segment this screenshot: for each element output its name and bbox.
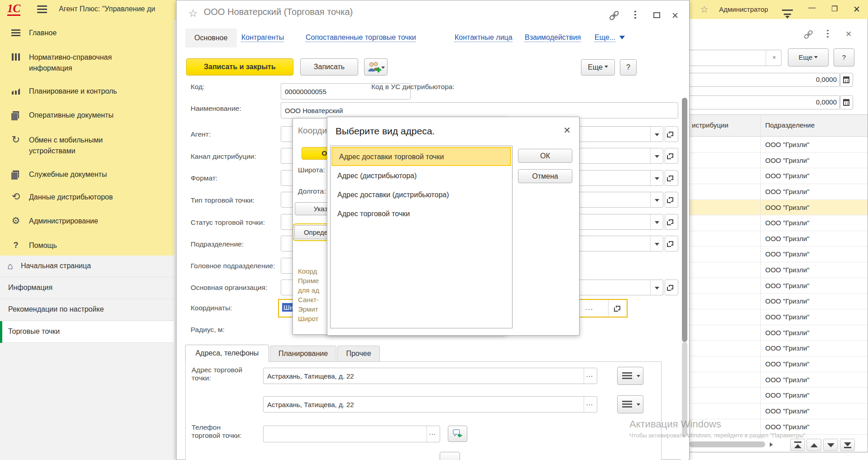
sidebar-item-home[interactable]: Начальная страница ⌂	[0, 256, 174, 277]
1c-logo-icon: 1С	[7, 3, 20, 16]
status-open-button[interactable]	[665, 214, 678, 230]
address-input-1[interactable]: Астрахань, Татищева, д. 22 ...	[263, 368, 597, 384]
dialog-cancel-button[interactable]: Отмена	[518, 169, 572, 183]
tab-interactions[interactable]: Взаимодействия	[525, 33, 581, 42]
table-row[interactable]: ООО "Гризли"	[688, 168, 868, 184]
phone-ellipsis-icon[interactable]: ...	[429, 428, 436, 436]
close-window-icon[interactable]: ✕	[671, 10, 679, 21]
address-kind-option[interactable]: Адрес доставки (дистрибьютора)	[331, 186, 512, 205]
channel-open-button[interactable]	[665, 148, 678, 164]
table-row[interactable]: ООО "Гризли"	[688, 262, 868, 278]
tab-other[interactable]: Прочее	[337, 346, 380, 362]
phone-call-button[interactable]	[448, 426, 467, 442]
address-menu-button-1[interactable]	[617, 367, 643, 385]
address-ellipsis-icon[interactable]: ...	[586, 370, 593, 378]
right-help-button[interactable]: ?	[834, 48, 854, 66]
address-kind-option[interactable]: Адрес (дистрибьютора)	[331, 167, 512, 186]
go-first-button[interactable]	[790, 439, 805, 451]
window-favorite-star-icon[interactable]: ☆	[188, 7, 198, 19]
dropdown-icon[interactable]	[650, 214, 663, 229]
table-row[interactable]: ООО "Гризли"	[688, 341, 868, 356]
save-button[interactable]: Записать	[300, 58, 358, 76]
table-row[interactable]: ООО "Гризли"	[688, 200, 868, 216]
table-row[interactable]: ООО "Гризли"	[688, 388, 868, 403]
numeric-field-1[interactable]: 0,0000	[688, 73, 840, 87]
create-user-button[interactable]	[364, 58, 388, 76]
tab-more[interactable]: Еще...	[595, 33, 615, 42]
open-icon[interactable]	[616, 306, 620, 310]
address-input-2[interactable]: Астрахань, Татищева, д. 22 ...	[263, 396, 597, 413]
table-row[interactable]: ООО "Гризли"	[688, 403, 868, 419]
address-ellipsis-icon[interactable]: ...	[586, 399, 593, 407]
numeric-field-2[interactable]: 0,0000	[688, 95, 840, 109]
dropdown-icon[interactable]	[650, 192, 663, 207]
partial-button[interactable]	[440, 452, 460, 460]
more-menu-icon[interactable]	[827, 30, 829, 38]
agent-open-button[interactable]	[665, 126, 678, 142]
h-scrollbar-thumb[interactable]	[689, 441, 765, 447]
name-input[interactable]: ООО Новатерский	[281, 102, 678, 119]
org-open-button[interactable]	[665, 280, 678, 295]
sidebar-item-trade-points[interactable]: Торговые точки	[0, 321, 174, 343]
address-kind-option[interactable]: Адрес торговой точки	[331, 205, 512, 224]
table-row[interactable]: ООО "Гризли"	[688, 153, 868, 169]
v-scrollbar[interactable]	[681, 80, 688, 460]
sidebar-item-recommendations[interactable]: Рекомендации по настройке	[0, 299, 174, 321]
coordinates-ellipsis-button[interactable]: ...	[585, 304, 594, 311]
service-docs-icon	[10, 169, 22, 179]
background-window: ✕ × Еще ? 0,0000 0,0000 истрибуции Подра…	[688, 19, 868, 452]
tab-mapped-points[interactable]: Сопоставленные торговые точки	[306, 33, 416, 42]
table-row[interactable]: ООО "Гризли"	[688, 372, 868, 388]
table-row[interactable]: ООО "Гризли"	[688, 137, 868, 153]
search-input[interactable]: ×	[688, 50, 782, 66]
v-scrollbar-thumb[interactable]	[682, 98, 687, 342]
dialog-close-icon[interactable]: ✕	[563, 125, 571, 136]
maximize-icon[interactable]	[653, 12, 660, 18]
tab-contractors[interactable]: Контрагенты	[241, 33, 284, 42]
form-help-button[interactable]: ?	[620, 59, 637, 76]
table-row[interactable]: ООО "Гризли"	[688, 215, 868, 231]
h-scroll-right-icon[interactable]	[770, 442, 775, 447]
dropdown-icon[interactable]	[650, 127, 663, 142]
tab-main[interactable]: Основное	[185, 28, 237, 47]
go-next-button[interactable]	[823, 439, 838, 451]
table-row[interactable]: ООО "Гризли"	[688, 278, 868, 294]
address-kind-option[interactable]: Адрес доставки торговой точки	[331, 147, 511, 166]
main-menu-icon[interactable]	[37, 9, 47, 10]
calculator-button-2[interactable]	[840, 95, 853, 109]
dropdown-icon[interactable]	[650, 171, 663, 185]
format-open-button[interactable]	[665, 170, 678, 186]
table-row[interactable]: ООО "Гризли"	[688, 184, 868, 200]
table-header[interactable]: истрибуции Подразделение	[688, 115, 868, 137]
form-more-button[interactable]: Еще	[581, 59, 615, 76]
table-row[interactable]: ООО "Гризли"	[688, 356, 868, 372]
get-link-icon[interactable]	[803, 29, 814, 40]
address-menu-button-2[interactable]	[617, 395, 643, 413]
sidebar-item-information[interactable]: Информация	[0, 277, 174, 299]
type-open-button[interactable]	[665, 192, 678, 208]
phone-input[interactable]: ...	[263, 426, 440, 442]
get-link-icon[interactable]	[608, 9, 620, 21]
calculator-button-1[interactable]	[840, 73, 853, 87]
window-more-icon[interactable]	[634, 11, 636, 19]
tab-planning[interactable]: Планирование	[270, 346, 336, 362]
tab-addresses-phones[interactable]: Адреса, телефоны	[185, 345, 269, 362]
tab-contacts[interactable]: Контактные лица	[455, 33, 513, 42]
table-row[interactable]: ООО "Гризли"	[688, 294, 868, 309]
go-last-button[interactable]	[840, 439, 855, 451]
right-more-button[interactable]: Еще	[788, 48, 829, 66]
close-window-icon[interactable]: ✕	[845, 29, 852, 39]
tabs-more-arrow-icon[interactable]	[619, 36, 625, 42]
dropdown-icon[interactable]	[650, 148, 663, 163]
table-row[interactable]: ООО "Гризли"	[688, 309, 868, 325]
dropdown-icon[interactable]	[650, 236, 663, 251]
table-row[interactable]: ООО "Гризли"	[688, 325, 868, 341]
table-row[interactable]: ООО "Гризли"	[688, 231, 868, 247]
dropdown-icon[interactable]	[650, 280, 663, 295]
division-open-button[interactable]	[665, 236, 678, 251]
table-row[interactable]: ООО "Гризли"	[688, 247, 868, 262]
go-prev-button[interactable]	[806, 439, 821, 451]
clear-search-icon[interactable]: ×	[772, 54, 776, 61]
dialog-ok-button[interactable]: ОК	[518, 149, 572, 163]
save-close-button[interactable]: Записать и закрыть	[186, 58, 293, 76]
